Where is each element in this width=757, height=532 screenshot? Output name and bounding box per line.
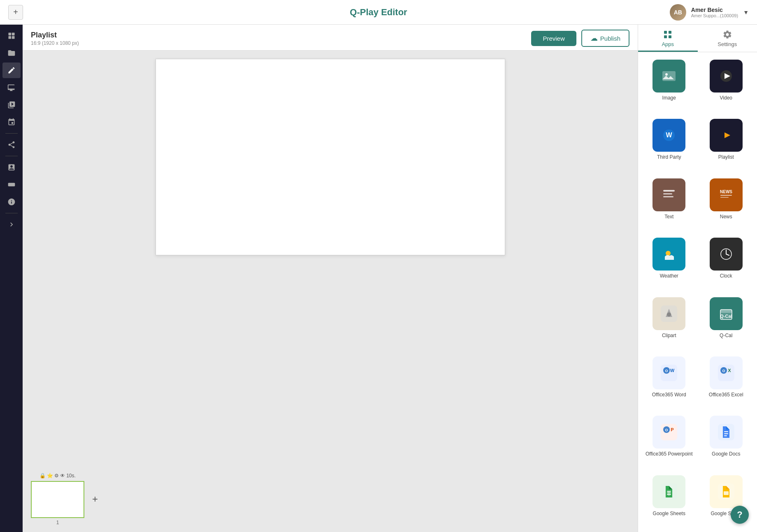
sidebar-item-media[interactable] [2,177,21,192]
sidebar-item-collapse[interactable] [2,217,21,232]
help-button[interactable]: ? [731,506,749,524]
slide-thumbnail[interactable] [31,481,84,518]
preview-button[interactable]: Preview [531,31,576,46]
app-item-o365powerpoint[interactable]: O P Office365 Powerpoint [642,412,696,468]
svg-rect-17 [661,187,677,203]
slide-icons: 🔒 ⭐ ⚙ 👁 10s. [39,473,76,480]
app-label-o365excel: Office365 Excel [709,392,743,398]
topbar-left: + [8,5,23,20]
app-icon-video [710,60,743,93]
app-item-googlesheets[interactable]: Google Sheets [642,472,696,528]
tab-settings-label: Settings [718,41,737,47]
svg-rect-7 [664,35,667,38]
filmstrip: 🔒 ⭐ ⚙ 👁 10s. 1 + [23,466,638,532]
svg-rect-51 [724,431,728,432]
app-item-clipart[interactable]: Clipart [642,294,696,350]
app-label-weather: Weather [660,273,678,279]
tab-apps[interactable]: Apps [638,25,698,52]
app-icon-googleslides [710,475,743,508]
svg-rect-42 [718,365,734,381]
app-label-playlist: Playlist [718,154,734,160]
svg-text:Q-Cal: Q-Cal [720,314,732,319]
svg-rect-53 [724,435,727,436]
app-icon-text [653,178,685,211]
sidebar-item-reports[interactable] [2,160,21,175]
sidebar-item-share[interactable] [2,137,21,153]
app-icon-image [653,60,685,93]
svg-rect-8 [669,35,671,38]
sidebar-item-schedule[interactable] [2,114,21,130]
user-menu-chevron[interactable]: ▼ [743,9,749,16]
app-item-clock[interactable]: Clock [699,234,753,290]
sidebar-item-info[interactable] [2,194,21,210]
app-item-o365excel[interactable]: O X Office365 Excel [699,353,753,409]
user-sub: Amer Suppo...(100009) [691,13,738,18]
app-item-googledocs[interactable]: Google Docs [699,412,753,468]
topbar-right: AB Amer Besic Amer Suppo...(100009) ▼ [670,4,749,21]
user-name: Amer Besic [691,7,738,13]
cloud-icon: ☁ [590,34,598,43]
app-label-thirdparty: Third Party [657,154,681,160]
svg-rect-1 [12,33,14,36]
app-icon-qcal: Q-Cal [710,297,743,330]
app-item-news[interactable]: NEWS News [699,175,753,231]
user-info: Amer Besic Amer Suppo...(100009) [691,7,738,18]
app-label-googledocs: Google Docs [712,451,740,457]
sidebar [0,25,23,532]
app-icon-clipart [653,297,685,330]
app-icon-o365excel: O X [710,356,743,389]
content-area: Playlist 16:9 (1920 x 1080 px) Preview ☁… [23,25,638,532]
sidebar-item-display[interactable] [2,80,21,95]
svg-text:W: W [670,368,675,373]
panel-tabs: Apps Settings [638,25,757,52]
svg-rect-9 [662,71,676,81]
svg-rect-2 [8,36,11,39]
svg-rect-3 [12,36,14,39]
sidebar-item-playlist[interactable] [2,97,21,113]
svg-point-10 [665,73,668,76]
add-button[interactable]: + [8,5,23,20]
app-item-o365word[interactable]: O W Office365 Word [642,353,696,409]
svg-rect-23 [720,195,732,196]
svg-text:NEWS: NEWS [720,190,732,194]
svg-rect-19 [663,193,672,194]
app-label-clipart: Clipart [662,333,676,338]
right-panel: Apps Settings Image [638,25,757,532]
tab-settings[interactable]: Settings [698,25,757,52]
app-label-image: Image [662,95,676,101]
svg-point-33 [667,312,671,317]
svg-rect-46 [661,424,677,440]
app-icon-googlesheets [653,475,685,508]
svg-rect-36 [720,310,732,313]
app-item-image[interactable]: Image [642,56,696,112]
add-slide-button[interactable]: + [88,493,102,506]
sidebar-item-editor[interactable] [2,62,21,78]
app-label-text: Text [664,214,673,220]
slide-icon-lock: 🔒 [39,473,46,480]
svg-text:O: O [665,428,668,432]
sidebar-item-files[interactable] [2,45,21,61]
publish-button[interactable]: ☁ Publish [581,30,629,47]
editor-subtitle: 16:9 (1920 x 1080 px) [31,40,79,46]
app-item-thirdparty[interactable]: W Third Party [642,116,696,171]
slide-duration: 10s. [66,473,76,479]
svg-rect-52 [724,433,728,434]
svg-rect-4 [8,183,15,186]
app-item-weather[interactable]: Weather [642,234,696,290]
app-label-news: News [720,214,732,220]
sidebar-item-home[interactable] [2,28,21,44]
app-item-qcal[interactable]: Q-Cal Q-Cal [699,294,753,350]
apps-grid: Image Video W [638,52,757,532]
sidebar-divider-3 [5,213,18,213]
app-icon-googledocs [710,416,743,449]
app-title: Q-Play Editor [350,7,407,18]
editor-actions: Preview ☁ Publish [531,30,629,47]
app-icon-thirdparty: W [653,119,685,152]
slide-icon-settings: ⚙ [54,473,59,480]
svg-rect-5 [664,31,667,34]
app-item-video[interactable]: Video [699,56,753,112]
app-item-playlist[interactable]: Playlist [699,116,753,171]
app-item-text[interactable]: Text [642,175,696,231]
svg-text:X: X [728,368,731,373]
canvas[interactable] [156,59,505,255]
